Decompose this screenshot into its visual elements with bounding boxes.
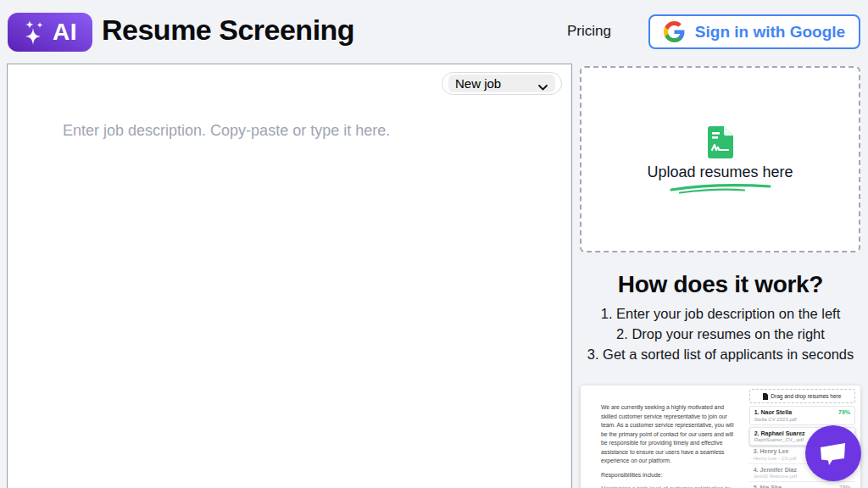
applicant-name: 2. Raphael Suarez bbox=[754, 430, 805, 436]
pricing-link[interactable]: Pricing bbox=[567, 23, 611, 40]
applicant-name: 5. Nia Sha bbox=[754, 485, 819, 488]
job-select-pill: New job bbox=[442, 72, 562, 95]
applicant-score: 78% bbox=[839, 485, 851, 488]
applicant-row: 5. Nia Sha CV updated August 2023.pdf 78… bbox=[749, 482, 855, 488]
google-signin-label: Sign in with Google bbox=[695, 23, 845, 42]
job-select[interactable]: New job bbox=[448, 75, 555, 92]
chat-bubble-icon bbox=[818, 440, 849, 467]
file-icon bbox=[763, 393, 768, 400]
applicant-name: 4. Jennifer Diaz bbox=[754, 467, 797, 473]
job-description-input[interactable] bbox=[8, 64, 571, 488]
google-icon bbox=[664, 21, 685, 42]
preview-job-description: We are currently seeking a highly motiva… bbox=[581, 385, 746, 488]
sparkles-icon bbox=[23, 19, 47, 45]
applicant-name: 3. Henry Lee bbox=[754, 448, 797, 454]
preview-dropzone-label: Drag and drop resumes here bbox=[771, 393, 841, 399]
applicant-name: 1. Naor Stella bbox=[754, 409, 797, 415]
google-signin-button[interactable]: Sign in with Google bbox=[648, 14, 860, 49]
how-it-works-step: 2. Drop your resumes on the right bbox=[576, 324, 865, 344]
preview-paragraph: We are currently seeking a highly motiva… bbox=[601, 403, 737, 466]
swoosh-underline-icon bbox=[670, 182, 771, 194]
applicant-score: 79% bbox=[838, 409, 850, 415]
applicant-file: Henry Lee - CV.pdf bbox=[754, 456, 797, 461]
how-it-works-step: 1. Enter your job description on the lef… bbox=[576, 303, 865, 324]
how-it-works-section: How does it work? 1. Enter your job desc… bbox=[576, 271, 865, 364]
applicant-file: JennD Resume.pdf bbox=[754, 474, 797, 479]
preview-paragraph: Responsibilities include: bbox=[601, 471, 737, 480]
preview-paragraph: Maintaining a high level of customer sat… bbox=[601, 485, 737, 488]
job-description-panel: New job bbox=[7, 64, 572, 488]
how-it-works-step: 3. Get a sorted list of applicants in se… bbox=[576, 344, 865, 364]
chat-widget-button[interactable] bbox=[805, 425, 861, 481]
page-title: Resume Screening bbox=[102, 14, 354, 47]
app-logo: AI bbox=[8, 13, 92, 52]
logo-text: AI bbox=[53, 19, 77, 46]
applicant-file: RaphSuarez_CV_.pdf bbox=[754, 437, 805, 442]
upload-label: Upload resumes here bbox=[647, 164, 793, 181]
resume-upload-dropzone[interactable]: Upload resumes here bbox=[580, 66, 860, 252]
preview-dropzone: Drag and drop resumes here bbox=[749, 389, 855, 403]
how-it-works-title: How does it work? bbox=[576, 271, 865, 298]
applicant-row: 1. Naor Stella Stella CV 2023.pdf 79% bbox=[749, 406, 855, 425]
document-icon bbox=[706, 125, 735, 159]
applicant-file: Stella CV 2023.pdf bbox=[754, 417, 797, 422]
